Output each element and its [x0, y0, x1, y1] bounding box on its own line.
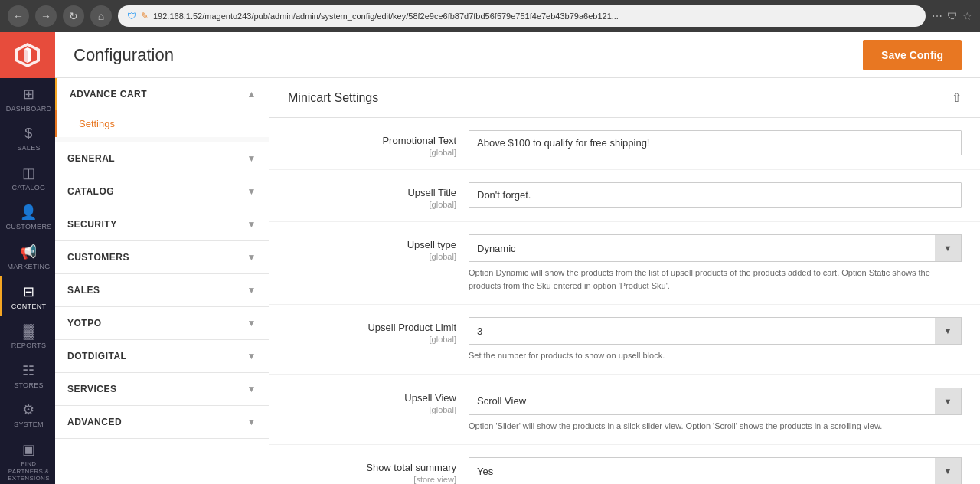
sales-label: SALES [67, 285, 100, 296]
upsell-title-input[interactable] [469, 182, 962, 208]
form-label-cell-show-total-summary: Show total summary [store view] [288, 457, 456, 484]
browser-bar: ← → ↻ ⌂ 🛡 ✎ 192.168.1.52/magento243/pub/… [0, 0, 980, 32]
general-chevron: ▼ [247, 153, 256, 164]
sidebar-label-content: CONTENT [11, 302, 47, 311]
sidebar-item-marketing[interactable]: 📢 MARKETING [0, 236, 55, 276]
upsell-title-label: Upsell Title [407, 187, 456, 198]
back-button[interactable]: ← [8, 5, 29, 27]
form-field-cell-upsell-view: Scroll View Slider View ▼ Option 'Slider… [469, 388, 962, 433]
form-row-upsell-type: Upsell type [global] Dynamic Static ▼ [270, 222, 980, 305]
sidebar-label-stores: STORES [14, 381, 44, 390]
upsell-view-scope: [global] [288, 405, 456, 414]
sidebar-item-stores[interactable]: ☷ STORES [0, 355, 55, 394]
config-section-header-customers[interactable]: CUSTOMERS ▼ [55, 241, 269, 273]
config-section-header-sales[interactable]: SALES ▼ [55, 274, 269, 306]
sidebar-item-customers[interactable]: 👤 CUSTOMERS [0, 196, 55, 236]
upsell-view-select[interactable]: Scroll View Slider View [469, 389, 935, 413]
promotional-text-scope: [global] [288, 148, 456, 157]
config-section-general: GENERAL ▼ [55, 142, 269, 175]
sidebar-item-content[interactable]: ⊟ CONTENT [0, 276, 55, 316]
services-label: SERVICES [67, 384, 116, 394]
bookmarks-icon[interactable]: ⋯ [932, 10, 942, 22]
config-section-header-dotdigital[interactable]: DOTDIGITAL ▼ [55, 340, 269, 372]
sidebar-item-find-partners[interactable]: ▣ FIND PARTNERS & EXTENSIONS [0, 433, 55, 484]
security-chevron: ▼ [247, 219, 256, 230]
advance-cart-chevron: ▲ [247, 89, 256, 100]
sidebar-label-find-partners: FIND PARTNERS & EXTENSIONS [5, 460, 52, 482]
form-label-cell-upsell-view: Upsell View [global] [288, 388, 456, 414]
logo[interactable] [0, 32, 55, 78]
config-section-advanced: ADVANCED ▼ [55, 406, 269, 439]
app-container: ⊞ DASHBOARD $ SALES ◫ CATALOG 👤 CUSTOMER… [0, 32, 980, 484]
page-header: Configuration Save Config [55, 32, 980, 78]
config-section-header-catalog[interactable]: CATALOG ▼ [55, 175, 269, 208]
form-field-cell-upsell-type: Dynamic Static ▼ Option Dynamic will sho… [469, 234, 962, 292]
sidebar-item-catalog[interactable]: ◫ CATALOG [0, 157, 55, 197]
advanced-chevron: ▼ [247, 417, 256, 427]
sidebar-item-dashboard[interactable]: ⊞ DASHBOARD [0, 78, 55, 118]
config-section-header-advance-cart[interactable]: ADVANCE CART ▲ [55, 78, 269, 110]
settings-panel-header: Minicart Settings ⇧ [270, 78, 980, 118]
config-section-services: SERVICES ▼ [55, 373, 269, 406]
form-row-upsell-view: Upsell View [global] Scroll View Slider … [270, 375, 980, 446]
sidebar-label-system: SYSTEM [14, 420, 44, 429]
sidebar-item-sales[interactable]: $ SALES [0, 118, 55, 157]
config-section-dotdigital: DOTDIGITAL ▼ [55, 340, 269, 373]
dotdigital-chevron: ▼ [247, 351, 256, 361]
dashboard-icon: ⊞ [23, 86, 34, 103]
show-total-summary-arrow: ▼ [935, 458, 961, 484]
save-config-button[interactable]: Save Config [863, 40, 962, 70]
advanced-label: ADVANCED [67, 417, 122, 427]
promotional-text-input[interactable] [469, 130, 962, 155]
sidebar-label-reports: REPORTS [11, 342, 46, 350]
home-button[interactable]: ⌂ [90, 5, 112, 27]
shield-icon: 🛡 [127, 11, 136, 21]
sidebar-label-marketing: MARKETING [7, 263, 50, 271]
yotpo-label: YOTPO [67, 318, 102, 329]
show-total-summary-select[interactable]: Yes No [469, 459, 935, 483]
config-section-header-advanced[interactable]: ADVANCED ▼ [55, 406, 269, 438]
security-label: SECURITY [67, 219, 117, 230]
url-bar[interactable]: 🛡 ✎ 192.168.1.52/magento243/pub/admin/ad… [118, 5, 926, 27]
system-icon: ⚙ [22, 401, 34, 418]
promotional-text-label: Promotional Text [382, 135, 456, 146]
show-total-summary-label: Show total summary [366, 462, 456, 473]
form-field-cell-upsell-title [469, 182, 962, 208]
upsell-type-label: Upsell type [407, 239, 456, 250]
page-title: Configuration [74, 45, 174, 65]
sidebar-item-system[interactable]: ⚙ SYSTEM [0, 394, 55, 433]
show-total-summary-scope: [store view] [288, 475, 456, 484]
find-partners-icon: ▣ [22, 441, 35, 458]
form-field-cell-show-total-summary: Yes No ▼ [469, 457, 962, 484]
upsell-view-arrow: ▼ [935, 388, 961, 414]
form-field-cell-upsell-product-limit: 12345 ▼ Set the number for products to s… [469, 317, 962, 362]
config-section-security: SECURITY ▼ [55, 208, 269, 241]
reload-button[interactable]: ↻ [63, 5, 84, 27]
upsell-product-limit-select[interactable]: 12345 [469, 319, 935, 343]
collapse-button[interactable]: ⇧ [952, 90, 962, 105]
settings-panel: Minicart Settings ⇧ Promotional Text [gl… [270, 78, 980, 484]
dotdigital-label: DOTDIGITAL [67, 351, 126, 361]
config-section-header-services[interactable]: SERVICES ▼ [55, 373, 269, 405]
sidebar-item-reports[interactable]: ▓ REPORTS [0, 316, 55, 355]
main-content: Configuration Save Config ADVANCE CART ▲… [55, 32, 980, 484]
form-row-upsell-title: Upsell Title [global] [270, 170, 980, 222]
config-subsection-settings[interactable]: Settings [55, 110, 269, 137]
customers-chevron: ▼ [247, 252, 256, 263]
config-section-header-security[interactable]: SECURITY ▼ [55, 208, 269, 240]
config-section-catalog: CATALOG ▼ [55, 175, 269, 208]
config-section-header-yotpo[interactable]: YOTPO ▼ [55, 307, 269, 339]
general-label: GENERAL [67, 153, 115, 164]
sidebar-label-sales: SALES [17, 144, 41, 152]
upsell-product-limit-help: Set the number for products to show on u… [469, 349, 962, 362]
reports-icon: ▓ [24, 323, 34, 339]
advance-cart-label: ADVANCE CART [70, 89, 147, 100]
star-icon[interactable]: ☆ [962, 10, 972, 22]
upsell-type-select[interactable]: Dynamic Static [469, 237, 935, 260]
form-label-cell-promotional-text: Promotional Text [global] [288, 130, 456, 157]
forward-button[interactable]: → [35, 5, 57, 27]
upsell-product-limit-label: Upsell Product Limit [368, 322, 456, 333]
config-section-header-general[interactable]: GENERAL ▼ [55, 142, 269, 175]
upsell-type-scope: [global] [288, 252, 456, 261]
shield2-icon[interactable]: 🛡 [947, 10, 958, 22]
